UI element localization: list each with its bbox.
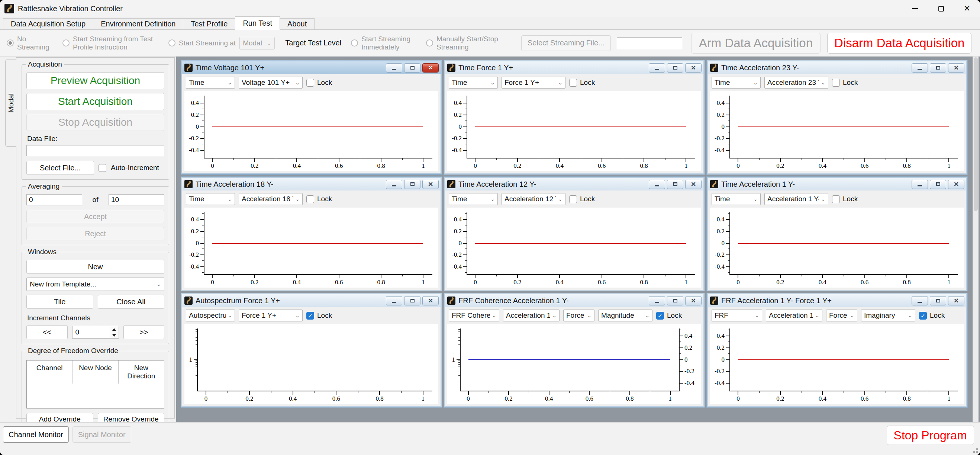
close-button[interactable]: ✕ (948, 296, 964, 305)
radio-manual-start-stop-streaming[interactable]: Manually Start/Stop Streaming (426, 35, 511, 51)
radio-start-streaming-at[interactable]: Start Streaming at (169, 39, 236, 47)
new-from-template-dropdown[interactable]: New from Template... ⌄ (26, 278, 164, 291)
channel-dropdown[interactable]: Time⌄ (186, 77, 235, 89)
averages-current-input[interactable] (26, 194, 82, 205)
radio-no-streaming[interactable]: No Streaming (7, 35, 51, 51)
select-streaming-file-button[interactable]: Select Streaming File... (521, 35, 611, 51)
lock-control[interactable]: Lock (306, 195, 332, 203)
resize-grip[interactable] (973, 448, 978, 453)
tile-button[interactable]: Tile (26, 295, 93, 309)
channel-dropdown[interactable]: Voltage 101 Y+⌄ (239, 77, 302, 89)
averages-total-input[interactable] (108, 194, 164, 205)
reject-button[interactable]: Reject (26, 227, 164, 240)
lock-checkbox[interactable] (656, 312, 664, 319)
close-all-button[interactable]: Close All (98, 295, 165, 309)
streaming-file-input[interactable] (617, 37, 682, 49)
lock-control[interactable]: Lock (569, 78, 595, 87)
lock-control[interactable]: Lock (569, 195, 595, 203)
data-file-input[interactable] (26, 145, 164, 156)
increment-channels-button[interactable]: >> (123, 325, 165, 339)
lock-checkbox[interactable] (569, 79, 577, 87)
decrement-channels-button[interactable]: << (26, 325, 68, 339)
start-acquisition-button[interactable]: Start Acquisition (26, 93, 164, 110)
tab-data-acquisition-setup[interactable]: Data Acquisition Setup (3, 18, 93, 29)
maximize-button[interactable] (930, 180, 946, 189)
minimize-button[interactable] (912, 296, 928, 305)
channel-dropdown[interactable]: Force 1 '⌄ (563, 310, 595, 321)
arm-data-acquisition-button[interactable]: Arm Data Acquisition (691, 33, 821, 54)
plot-window-titlebar[interactable]: Time Voltage 101 Y+ ✕ (182, 61, 441, 74)
lock-control[interactable]: Lock (306, 311, 332, 319)
close-button[interactable]: ✕ (948, 63, 964, 73)
preview-acquisition-button[interactable]: Preview Acquisition (26, 72, 164, 89)
tab-test-profile[interactable]: Test Profile (183, 18, 235, 29)
maximize-button[interactable] (928, 0, 954, 17)
minimize-button[interactable] (902, 0, 928, 17)
lock-checkbox[interactable] (306, 312, 314, 319)
plot-window-titlebar[interactable]: FRF Coherence Acceleration 1 Y- ✕ (445, 294, 703, 307)
spin-up-icon[interactable] (110, 326, 119, 332)
close-button[interactable]: ✕ (685, 180, 702, 189)
select-file-button[interactable]: Select File... (26, 161, 94, 175)
dof-override-table[interactable]: ChannelNew NodeNew Direction (26, 360, 164, 409)
accept-button[interactable]: Accept (26, 210, 164, 223)
tab-about[interactable]: About (280, 18, 315, 29)
lock-control[interactable]: Lock (656, 311, 682, 319)
channel-dropdown[interactable]: Imaginary⌄ (861, 310, 915, 321)
channel-dropdown[interactable]: Acceleration 1 Y-⌄ (766, 310, 822, 321)
channel-dropdown[interactable]: Time⌄ (711, 193, 760, 205)
plot-window-titlebar[interactable]: Time Acceleration 12 Y- ✕ (445, 178, 703, 190)
lock-checkbox[interactable] (306, 195, 314, 203)
minimize-button[interactable] (386, 63, 402, 73)
close-button[interactable]: ✕ (422, 63, 439, 73)
maximize-button[interactable] (930, 296, 946, 305)
lock-control[interactable]: Lock (306, 78, 332, 87)
lock-control[interactable]: Lock (832, 78, 858, 87)
maximize-button[interactable] (404, 180, 420, 189)
plot-window-titlebar[interactable]: Time Acceleration 23 Y- ✕ (708, 61, 966, 74)
maximize-button[interactable] (667, 296, 683, 305)
channel-dropdown[interactable]: Acceleration 23 Y-⌄ (764, 77, 828, 89)
maximize-button[interactable] (667, 180, 683, 189)
minimize-button[interactable] (386, 180, 402, 189)
tab-run-test[interactable]: Run Test (235, 16, 280, 30)
lock-checkbox[interactable] (832, 79, 840, 87)
tab-environment-definition[interactable]: Environment Definition (93, 18, 183, 29)
vertical-scrollbar[interactable] (972, 57, 978, 422)
channel-dropdown[interactable]: FRF Coherence⌄ (449, 310, 499, 321)
disarm-data-acquisition-button[interactable]: Disarm Data Acquisition (827, 33, 972, 54)
lock-checkbox[interactable] (832, 195, 840, 203)
minimize-button[interactable] (386, 296, 402, 305)
close-button[interactable]: ✕ (422, 180, 439, 189)
plot-window-titlebar[interactable]: Time Acceleration 1 Y- ✕ (708, 178, 966, 190)
close-button[interactable]: ✕ (685, 63, 702, 73)
stop-acquisition-button[interactable]: Stop Acquisition (26, 114, 164, 131)
maximize-button[interactable] (404, 63, 420, 73)
lock-checkbox[interactable] (306, 79, 314, 87)
plot-window-titlebar[interactable]: Autospectrum Force 1 Y+ ✕ (182, 294, 441, 307)
channel-dropdown[interactable]: Force 1 Y+⌄ (239, 310, 302, 321)
channel-dropdown[interactable]: Magnitude⌄ (598, 310, 652, 321)
streaming-level-dropdown[interactable]: Modal ⌄ (239, 37, 275, 49)
stop-program-button[interactable]: Stop Program (887, 426, 974, 445)
auto-increment-checkbox[interactable] (99, 164, 106, 172)
minimize-button[interactable] (649, 180, 665, 189)
channel-dropdown[interactable]: Acceleration 18 Y-⌄ (239, 193, 302, 205)
minimize-button[interactable] (649, 63, 665, 73)
channel-dropdown[interactable]: Force 1 Y+⌄ (501, 77, 565, 89)
maximize-button[interactable] (930, 63, 946, 73)
signal-monitor-button[interactable]: Signal Monitor (73, 426, 131, 443)
maximize-button[interactable] (667, 63, 683, 73)
channel-dropdown[interactable]: Autospectrum⌄ (186, 310, 235, 321)
close-button[interactable]: ✕ (422, 296, 439, 305)
plot-window-titlebar[interactable]: FRF Acceleration 1 Y- Force 1 Y+ ✕ (708, 294, 966, 307)
lock-control[interactable]: Lock (919, 311, 945, 319)
maximize-button[interactable] (404, 296, 420, 305)
minimize-button[interactable] (912, 63, 928, 73)
channel-dropdown[interactable]: Acceleration 1 Y-⌄ (764, 193, 828, 205)
channel-dropdown[interactable]: Time⌄ (449, 193, 498, 205)
channel-dropdown[interactable]: FRF⌄ (711, 310, 762, 321)
channel-dropdown[interactable]: Time⌄ (711, 77, 760, 89)
channel-dropdown[interactable]: Force 1 '⌄ (826, 310, 858, 321)
tab-modal-vertical[interactable]: Modal (5, 59, 16, 147)
